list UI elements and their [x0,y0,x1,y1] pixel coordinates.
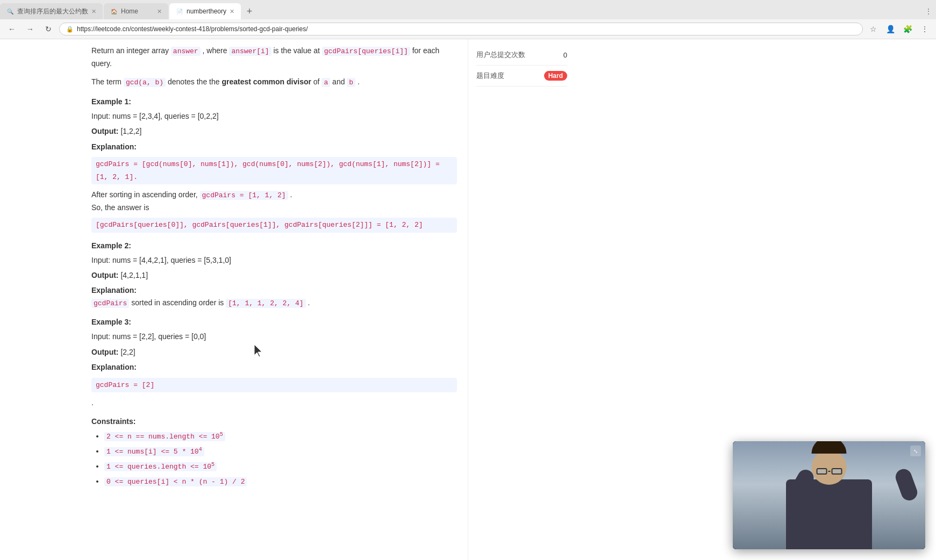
tab-2-title: Home [121,8,154,15]
example1-output-value: [1,2,2] [120,127,141,135]
term-and: and [332,77,345,86]
example3-code-block: gcdPairs = [2] [91,378,457,392]
tab-3[interactable]: 📄 numbertheory ✕ [169,3,241,19]
example2-output: Output: [4,2,1,1] [91,269,457,281]
intro-paragraph: Return an integer array answer , where a… [91,45,457,69]
new-tab-button[interactable]: + [242,4,257,19]
tab-1-favicon: 🔍 [6,8,14,15]
address-bar-row: ← → ↻ 🔒 https://leetcode.cn/contest/week… [0,19,936,39]
example2-sorted-text: sorted in ascending order is [131,298,224,307]
main-content: Return an integer array answer , where a… [0,39,468,560]
example2-sorted-code: [1, 1, 1, 2, 2, 4] [226,299,305,308]
term-b-code: b [347,78,355,87]
example3-output: Output: [2,2] [91,346,457,358]
tab-controls: ⋮ [925,8,936,15]
example2-output-label: Output: [91,271,119,279]
example3-output-value: [2,2] [120,348,135,356]
tab-1-close[interactable]: ✕ [91,8,96,15]
address-box[interactable]: 🔒 https://leetcode.cn/contest/weekly-con… [59,23,863,35]
example3-period: . [91,398,94,407]
tab-3-close[interactable]: ✕ [230,8,234,15]
example2-explanation-label: Explanation: [91,286,137,295]
example1-title: Example 1: [91,97,457,106]
constraint-1-code: 2 <= n == nums.length <= 105 [104,432,225,441]
tab-bar: 🔍 查询排序后的最大公约数 ✕ 🏠 Home ✕ 📄 numbertheory … [0,0,936,19]
url-text: https://leetcode.cn/contest/weekly-conte… [77,25,856,33]
example1-explanation: Explanation: gcdPairs = [gcd(nums[0], nu… [91,141,457,233]
tab-3-title: numbertheory [187,8,226,15]
tab-1-title: 查询排序后的最大公约数 [17,7,88,16]
tab-2[interactable]: 🏠 Home ✕ [104,3,168,19]
sidebar: 用户总提交次数 0 题目难度 Hard [468,39,575,560]
intro-gcd-ref-code: gcdPairs[queries[i]] [322,47,410,56]
reload-button[interactable]: ↻ [41,21,56,37]
constraint-2-code: 1 <= nums[i] <= 5 * 104 [104,447,204,456]
example2-input: Input: nums = [4,4,2,1], queries = [5,3,… [91,254,457,266]
example1-so-text: So, the answer is [91,203,149,212]
tab-1[interactable]: 🔍 查询排序后的最大公约数 ✕ [0,3,103,19]
constraint-3: 1 <= queries.length <= 105 [104,460,457,473]
profile-button[interactable]: 👤 [883,22,897,36]
example1-so-code: [gcdPairs[queries[0]], gcdPairs[queries[… [91,218,457,232]
star-button[interactable]: ☆ [866,22,880,36]
extensions-button[interactable]: 🧩 [901,22,914,36]
sidebar-submit-value: 0 [563,51,567,59]
tab-3-favicon: 📄 [176,8,183,15]
sidebar-submit-row: 用户总提交次数 0 [476,45,567,66]
tab-list-button[interactable]: ⋮ [925,8,932,15]
example1-code-block: gcdPairs = [gcd(nums[0], nums[1]), gcd(n… [91,157,457,184]
example2-gcdpairs-code: gcdPairs [91,299,129,308]
sidebar-submit-label: 用户总提交次数 [476,50,525,60]
video-glasses-right [831,468,842,475]
intro-answer-i-code: answer[i] [229,47,271,56]
video-glasses-left [816,468,827,475]
term-text: The term [91,77,122,86]
example1-input: Input: nums = [2,3,4], queries = [0,2,2] [91,110,457,122]
term-period: . [358,77,360,86]
example1-output: Output: [1,2,2] [91,125,457,137]
sidebar-difficulty-label: 题目难度 [476,71,504,81]
intro-is-value: is the value at [273,46,319,55]
example2-period: . [308,298,310,307]
constraint-4: 0 <= queries[i] < n * (n - 1) / 2 [104,475,457,488]
example3-explanation-label: Explanation: [91,363,137,371]
constraint-3-code: 1 <= queries.length <= 105 [104,462,217,471]
term-gcd-code: gcd(a, b) [124,78,166,87]
video-content: ⤡ [733,441,925,549]
term-a-code: a [321,78,330,87]
constraint-4-code: 0 <= queries[i] < n * (n - 1) / 2 [104,477,247,486]
video-glasses [814,468,844,475]
back-button[interactable]: ← [4,21,19,37]
constraint-2: 1 <= nums[i] <= 5 * 104 [104,445,457,458]
example2-output-value: [4,2,1,1] [120,271,148,279]
intro-text: Return an integer array [91,46,169,55]
toolbar-right: ☆ 👤 🧩 ⋮ [866,22,932,36]
intro-where: , where [203,46,227,55]
constraints-list: 2 <= n == nums.length <= 105 1 <= nums[i… [91,430,457,487]
browser-chrome: 🔍 查询排序后的最大公约数 ✕ 🏠 Home ✕ 📄 numbertheory … [0,0,936,39]
term-denotes: denotes the [168,77,207,86]
example3-output-label: Output: [91,348,119,356]
video-controls[interactable]: ⤡ [910,446,921,456]
example3-input: Input: nums = [2,2], queries = [0,0] [91,331,457,342]
video-glasses-bridge [828,471,830,472]
difficulty-badge: Hard [544,71,567,81]
video-overlay: ⤡ [733,441,925,549]
example1-sort-end: . [290,190,292,199]
term-gcd-bold: greatest common divisor [222,77,311,86]
example1-sort-text: After sorting in ascending order, [91,190,198,199]
content-section: Return an integer array answer , where a… [91,39,457,488]
constraints-title: Constraints: [91,417,457,426]
menu-button[interactable]: ⋮ [918,22,932,36]
forward-button[interactable]: → [23,21,38,37]
tab-2-close[interactable]: ✕ [157,8,162,15]
video-person-figure [733,441,925,549]
example1-explanation-label: Explanation: [91,142,137,151]
term-of: of [313,77,320,86]
example3-title: Example 3: [91,318,457,326]
sidebar-difficulty-row: 题目难度 Hard [476,66,567,87]
lock-icon: 🔒 [66,26,74,33]
example1-sort-code: gcdPairs = [1, 1, 2] [200,191,288,200]
example2-title: Example 2: [91,241,457,250]
term-paragraph: The term gcd(a, b) denotes the the great… [91,76,457,89]
